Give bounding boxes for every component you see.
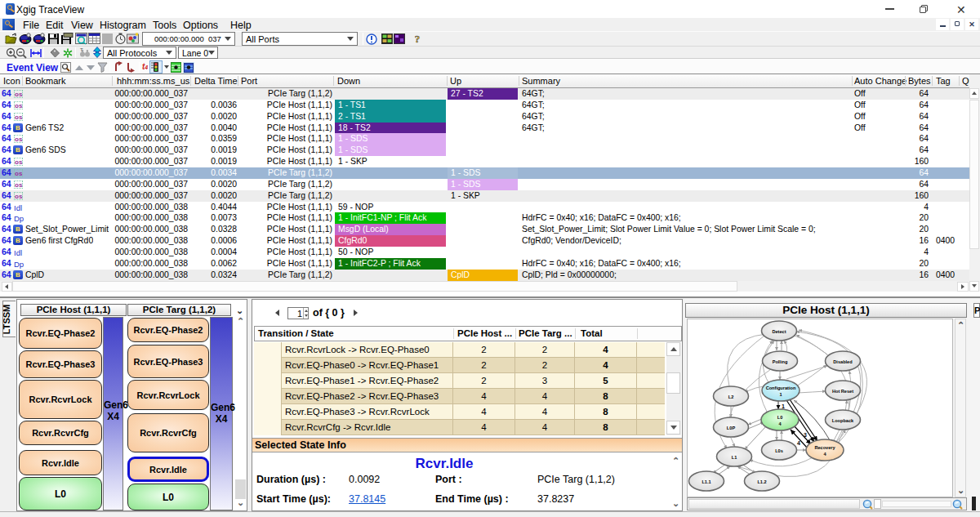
- svg-text:1: 1: [782, 403, 785, 409]
- svg-text:Loopback: Loopback: [832, 418, 854, 423]
- svg-text:L1.2: L1.2: [757, 479, 766, 484]
- svg-text:Configuration: Configuration: [766, 386, 796, 390]
- svg-text:Detect: Detect: [772, 329, 786, 334]
- svg-text:L0: L0: [777, 415, 783, 420]
- svg-text:L0P: L0P: [727, 426, 736, 430]
- svg-text:4: 4: [797, 440, 800, 446]
- svg-text:1: 1: [779, 392, 782, 397]
- svg-text:L1.1: L1.1: [702, 479, 710, 484]
- svg-text:Disabled: Disabled: [833, 359, 853, 364]
- svg-text:?: ?: [415, 33, 421, 45]
- svg-text:L0s: L0s: [775, 448, 783, 453]
- svg-text:L1: L1: [732, 455, 737, 460]
- svg-text:3: 3: [804, 432, 807, 438]
- svg-text:Recovery: Recovery: [814, 445, 835, 450]
- svg-text:Polling: Polling: [773, 359, 788, 364]
- svg-text:T: T: [80, 47, 83, 52]
- svg-text:L2: L2: [728, 394, 734, 399]
- svg-text:Hot Reset: Hot Reset: [832, 389, 853, 394]
